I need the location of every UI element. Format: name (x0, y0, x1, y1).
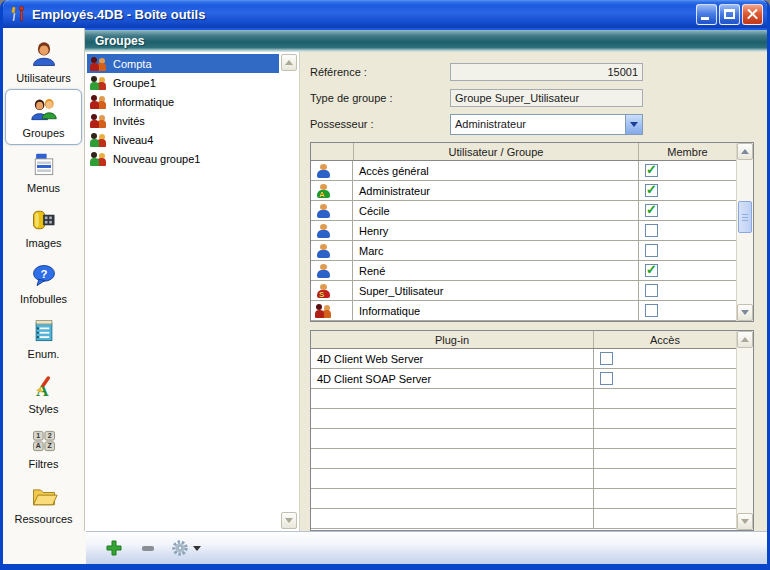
member-checkbox[interactable] (645, 264, 658, 277)
sidebar-item-menus[interactable]: Menus (5, 145, 82, 200)
scroll-up-button[interactable] (737, 331, 753, 348)
plugin-row[interactable]: 4D Client SOAP Server (311, 369, 736, 389)
sidebar-item-utilisateurs[interactable]: Utilisateurs (5, 34, 82, 89)
plugin-row[interactable] (311, 429, 736, 449)
plugin-row[interactable] (311, 389, 736, 409)
sidebar-item-infobulles[interactable]: ? Infobulles (5, 255, 82, 310)
sidebar-label: Utilisateurs (16, 72, 70, 84)
member-checkbox[interactable] (645, 304, 658, 317)
access-checkbox[interactable] (600, 372, 613, 385)
user-type-icon (315, 243, 333, 259)
maximize-button[interactable] (719, 4, 740, 25)
add-group-button[interactable] (103, 537, 125, 559)
chevron-down-icon (741, 519, 749, 524)
sidebar-item-ressources[interactable]: Ressources (5, 476, 82, 531)
member-row[interactable]: Cécile (311, 201, 736, 221)
scroll-down-button[interactable] (737, 513, 753, 530)
plugin-name: 4D Client Web Server (311, 353, 593, 365)
chevron-down-icon (285, 518, 293, 523)
member-row[interactable]: A Administrateur (311, 181, 736, 201)
group-label: Compta (113, 58, 152, 70)
maximize-icon (724, 9, 735, 19)
member-name: Accès général (353, 165, 638, 177)
minimize-button[interactable] (696, 4, 717, 25)
member-row[interactable]: Accès général (311, 161, 736, 181)
members-table: Utilisateur / Groupe Membre Accès généra… (310, 142, 754, 322)
scroll-up-button[interactable] (737, 143, 753, 160)
svg-text:Z: Z (47, 443, 52, 450)
plugins-scrollbar (736, 331, 753, 530)
scroll-up-button[interactable] (281, 54, 297, 71)
plugins-table-header: Plug-in Accès (311, 331, 736, 349)
user-type-icon (315, 303, 333, 319)
group-list-item[interactable]: Groupe1 (87, 73, 279, 92)
sidebar-label: Groupes (22, 127, 64, 139)
access-checkbox[interactable] (600, 352, 613, 365)
bottom-toolbar (85, 531, 767, 564)
user-icon (28, 40, 60, 70)
remove-group-button[interactable] (137, 537, 159, 559)
scroll-down-button[interactable] (281, 512, 297, 529)
plugin-row[interactable] (311, 509, 736, 529)
member-checkbox[interactable] (645, 224, 658, 237)
sidebar-item-images[interactable]: Images (5, 200, 82, 255)
group-type-field[interactable]: Groupe Super_Utilisateur (450, 89, 643, 107)
group-list-item[interactable]: Nouveau groupe1 (87, 149, 279, 168)
owner-value: Administrateur (451, 118, 625, 130)
plugin-row[interactable] (311, 489, 736, 509)
group-detail-panel: Référence : 15001 Type de groupe : Group… (300, 52, 767, 531)
scrollbar-thumb[interactable] (738, 201, 752, 233)
member-checkbox[interactable] (645, 244, 658, 257)
group-list-item[interactable]: Informatique (87, 92, 279, 111)
dropdown-button[interactable] (625, 115, 642, 134)
scroll-down-button[interactable] (737, 304, 753, 321)
group-list-item[interactable]: Niveau4 (87, 130, 279, 149)
plugin-column-header: Plug-in (311, 334, 593, 346)
group-icon (90, 94, 108, 110)
member-row[interactable]: Informatique (311, 301, 736, 321)
title-bar: Employés.4DB - Boîte outils (3, 0, 767, 28)
close-button[interactable] (742, 4, 763, 25)
film-icon (28, 205, 60, 235)
member-checkbox[interactable] (645, 184, 658, 197)
sidebar-item-enum[interactable]: Enum. (5, 310, 82, 365)
reference-field[interactable]: 15001 (450, 63, 643, 81)
groups-icon (28, 95, 60, 125)
member-row[interactable]: S Super_Utilisateur (311, 281, 736, 301)
member-name: Marc (353, 245, 638, 257)
panel-title: Groupes (95, 34, 144, 48)
svg-text:?: ? (40, 267, 47, 279)
plugins-table-body: 4D Client Web Server 4D Client SOAP Serv… (311, 349, 736, 529)
member-row[interactable]: Henry (311, 221, 736, 241)
member-checkbox[interactable] (645, 284, 658, 297)
member-checkbox[interactable] (645, 164, 658, 177)
group-icon (90, 132, 108, 148)
member-row[interactable]: Marc (311, 241, 736, 261)
group-label: Groupe1 (113, 77, 156, 89)
sidebar-item-styles[interactable]: A Styles (5, 365, 82, 420)
plugin-row[interactable]: 4D Client Web Server (311, 349, 736, 369)
sidebar-item-filtres[interactable]: 12AZ Filtres (5, 421, 82, 476)
group-list-item[interactable]: Invités (87, 111, 279, 130)
sidebar-item-groupes[interactable]: Groupes (5, 89, 82, 144)
menus-icon (28, 150, 60, 180)
plugin-row[interactable] (311, 469, 736, 489)
user-type-icon (315, 223, 333, 239)
plugins-table: Plug-in Accès 4D Client Web Server (310, 330, 754, 531)
panel-header: Groupes (85, 28, 767, 52)
member-checkbox[interactable] (645, 204, 658, 217)
sidebar-label: Images (25, 237, 61, 249)
member-name: Administrateur (353, 185, 638, 197)
plus-icon (105, 539, 123, 557)
plugin-row[interactable] (311, 449, 736, 469)
group-list-item[interactable]: Compta (87, 54, 279, 73)
user-group-column-header: Utilisateur / Groupe (354, 146, 638, 158)
user-type-icon (315, 203, 333, 219)
members-table-header: Utilisateur / Groupe Membre (311, 143, 736, 161)
member-row[interactable]: René (311, 261, 736, 281)
owner-dropdown[interactable]: Administrateur (450, 114, 643, 135)
plugin-row[interactable] (311, 409, 736, 429)
settings-menu-button[interactable] (171, 537, 201, 559)
app-window: Employés.4DB - Boîte outils Utilisateurs… (0, 0, 770, 570)
members-scrollbar[interactable] (736, 143, 753, 321)
